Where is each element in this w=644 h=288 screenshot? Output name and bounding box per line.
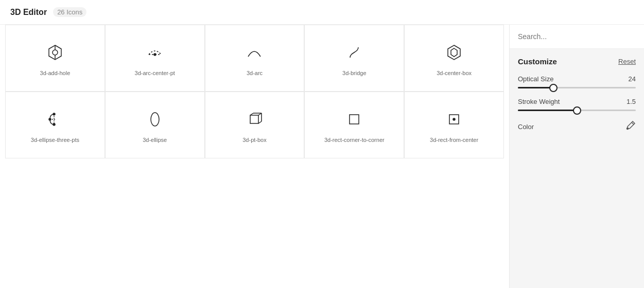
page-title: 3D Editor <box>10 8 47 17</box>
svg-point-24 <box>627 128 629 130</box>
stroke-weight-label-row: Stroke Weight 1.5 <box>518 98 636 105</box>
icon-cell-3d-rect-from-center[interactable]: 3d-rect-from-center <box>404 92 504 158</box>
icon-cell-3d-center-box[interactable]: 3d-center-box <box>404 25 504 92</box>
icon-grid: 3d-add-hole 3d-arc-center-pt <box>5 25 504 158</box>
svg-point-11 <box>53 123 55 125</box>
icon-cell-3d-arc-center-pt[interactable]: 3d-arc-center-pt <box>105 25 205 92</box>
icon-3d-arc <box>242 40 267 65</box>
search-area <box>510 25 644 49</box>
optical-size-slider-track <box>518 87 636 88</box>
icon-cell-3d-add-hole[interactable]: 3d-add-hole <box>5 25 105 92</box>
icon-3d-add-hole <box>43 40 67 65</box>
icon-3d-center-box <box>442 40 466 65</box>
svg-rect-14 <box>250 115 258 123</box>
stroke-weight-label: Stroke Weight <box>518 98 560 105</box>
optical-size-label-row: Optical Size 24 <box>518 75 636 83</box>
header: 3D Editor 26 Icons <box>0 0 644 25</box>
svg-marker-7 <box>451 48 457 57</box>
icon-label-3d-ellipse: 3d-ellipse <box>143 137 167 143</box>
icon-label-3d-rect-corner-to-corner: 3d-rect-corner-to-corner <box>324 137 385 143</box>
icon-label-3d-arc-center-pt: 3d-arc-center-pt <box>135 70 175 76</box>
stroke-weight-fill <box>518 110 577 111</box>
icon-grid-area: 3d-add-hole 3d-arc-center-pt <box>0 25 509 288</box>
customize-title: Customize <box>518 57 557 66</box>
optical-size-control: Optical Size 24 <box>518 75 636 88</box>
icon-3d-rect-corner-to-corner <box>342 107 367 132</box>
svg-point-13 <box>151 113 159 126</box>
optical-size-value: 24 <box>629 75 636 83</box>
optical-size-thumb[interactable] <box>549 84 558 92</box>
icon-cell-3d-ellipse[interactable]: 3d-ellipse <box>105 92 205 158</box>
search-input[interactable] <box>518 32 636 41</box>
icon-label-3d-center-box: 3d-center-box <box>437 70 472 76</box>
icon-cell-3d-bridge[interactable]: 3d-bridge <box>304 25 404 92</box>
icon-label-3d-bridge: 3d-bridge <box>342 70 366 76</box>
svg-point-5 <box>154 53 156 56</box>
svg-marker-6 <box>448 45 460 60</box>
optical-size-fill <box>518 87 553 88</box>
icon-3d-ellipse <box>143 107 167 132</box>
icon-label-3d-arc: 3d-arc <box>247 70 263 76</box>
customize-panel: Customize Reset Optical Size 24 Stroke W… <box>510 49 644 288</box>
color-control: Color <box>518 120 636 133</box>
svg-point-22 <box>453 118 455 120</box>
stroke-weight-value: 1.5 <box>626 98 636 105</box>
icon-label-3d-ellipse-three-pts: 3d-ellipse-three-pts <box>31 137 79 143</box>
icon-3d-pt-box <box>242 107 267 132</box>
icon-cell-3d-pt-box[interactable]: 3d-pt-box <box>205 92 305 158</box>
icon-label-3d-pt-box: 3d-pt-box <box>242 137 266 143</box>
icon-cell-3d-arc[interactable]: 3d-arc <box>205 25 305 92</box>
optical-size-label: Optical Size <box>518 75 553 83</box>
main-layout: 3d-add-hole 3d-arc-center-pt <box>0 25 644 288</box>
reset-button[interactable]: Reset <box>618 58 636 65</box>
icon-3d-rect-from-center <box>442 107 466 132</box>
icon-3d-bridge <box>342 40 367 65</box>
svg-point-1 <box>53 50 58 55</box>
icon-cell-3d-rect-corner-to-corner[interactable]: 3d-rect-corner-to-corner <box>304 92 404 158</box>
sidebar: Customize Reset Optical Size 24 Stroke W… <box>509 25 644 288</box>
svg-point-12 <box>49 118 51 120</box>
svg-rect-20 <box>350 115 359 124</box>
eyedropper-icon[interactable] <box>625 120 636 133</box>
svg-line-19 <box>258 121 262 123</box>
svg-point-10 <box>53 113 55 115</box>
svg-line-23 <box>632 122 634 124</box>
icon-3d-arc-center-pt <box>143 40 167 65</box>
icon-label-3d-rect-from-center: 3d-rect-from-center <box>430 137 478 143</box>
stroke-weight-control: Stroke Weight 1.5 <box>518 98 636 111</box>
icon-cell-3d-ellipse-three-pts[interactable]: 3d-ellipse-three-pts <box>5 92 105 158</box>
color-label: Color <box>518 123 534 131</box>
icon-count-badge: 26 Icons <box>53 7 86 17</box>
stroke-weight-thumb[interactable] <box>573 106 581 115</box>
icon-label-3d-add-hole: 3d-add-hole <box>40 70 71 76</box>
icon-3d-ellipse-three-pts <box>43 107 67 132</box>
stroke-weight-slider-track <box>518 110 636 111</box>
customize-header: Customize Reset <box>518 57 636 66</box>
